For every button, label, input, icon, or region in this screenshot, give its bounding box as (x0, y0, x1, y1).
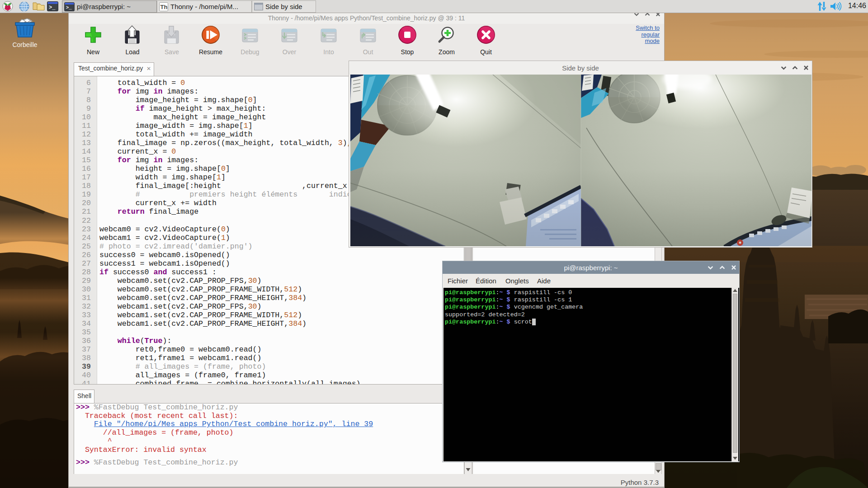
svg-text:>_: >_ (49, 5, 56, 11)
svg-text:>_: >_ (66, 5, 72, 10)
svg-text:Th: Th (160, 4, 168, 10)
svg-text:Corbeille: Corbeille (12, 41, 37, 48)
